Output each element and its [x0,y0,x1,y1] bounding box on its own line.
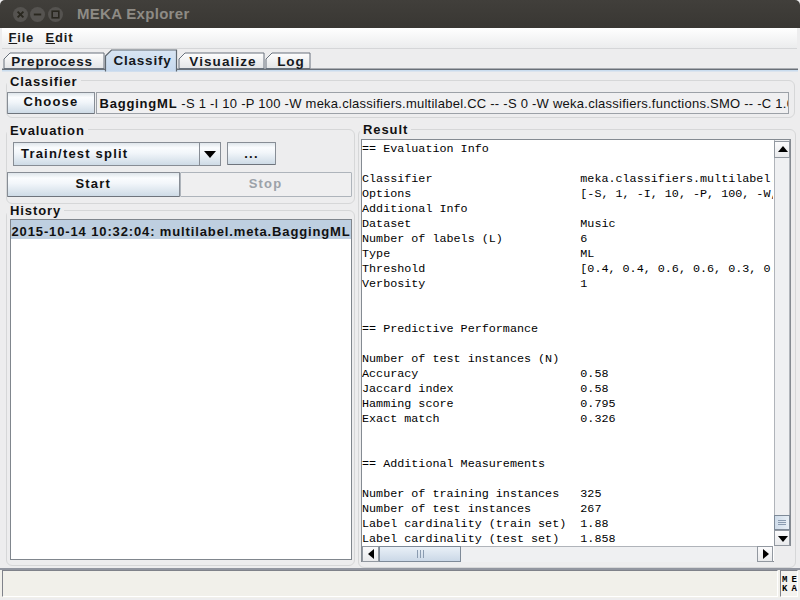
svg-text:Log: Log [277,54,305,69]
svg-text:Visualize: Visualize [189,54,256,69]
svg-text:Preprocess: Preprocess [11,54,93,69]
svg-text:Classify: Classify [113,53,171,68]
